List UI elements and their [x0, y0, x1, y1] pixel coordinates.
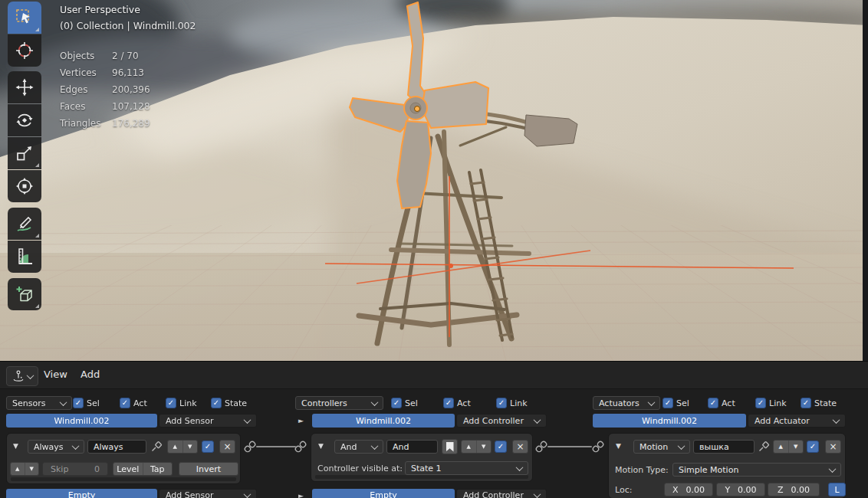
controller-visible-label: Controller visible at:: [317, 464, 403, 473]
controller-move-updown[interactable]: ▲▼: [461, 440, 492, 454]
editor-type-button[interactable]: [6, 366, 38, 386]
sensors-state-label: State: [225, 398, 247, 408]
sensors-act-label: Act: [133, 398, 147, 408]
actuators-type-dropdown[interactable]: Actuators: [593, 396, 660, 410]
tool-move-button[interactable]: [8, 71, 41, 103]
add-actuator-button[interactable]: Add Actuator: [748, 414, 846, 428]
menu-view[interactable]: View: [44, 369, 67, 380]
brick-footer: [315, 475, 528, 479]
actuators-sel-checkbox[interactable]: ✓: [663, 398, 673, 408]
expand-arrow-icon[interactable]: ►: [298, 493, 304, 498]
sensor-invert-toggle[interactable]: Invert: [179, 462, 238, 476]
sensor-type-dropdown[interactable]: Always: [28, 440, 84, 454]
pin-icon[interactable]: [150, 441, 163, 453]
actuator-move-updown[interactable]: ▲▼: [773, 440, 804, 454]
sensors-object-name-bar[interactable]: Windmill.002: [6, 414, 157, 428]
toolbar-group-annotate: [8, 208, 41, 273]
sensor-controller-wire: [256, 446, 296, 447]
level-toggle[interactable]: Level: [113, 463, 143, 475]
rotate-icon: [15, 110, 35, 130]
controller-input-socket-icon[interactable]: [294, 441, 307, 453]
sensors-type-dropdown[interactable]: Sensors: [6, 396, 72, 410]
actuator-type-dropdown[interactable]: Motion: [633, 440, 690, 454]
brick-footer: [11, 477, 236, 481]
chevron-down-icon: [534, 490, 541, 498]
logic-editor: View Add Sensors ✓ Sel ✓ Act ✓ Link ✓ St…: [0, 361, 868, 498]
view-perspective-label: User Perspective: [60, 4, 140, 15]
controller-delete-button[interactable]: ×: [512, 440, 528, 454]
add-sensor-button-empty[interactable]: Add Sensor: [159, 489, 257, 498]
collapse-triangle-icon[interactable]: ▼: [616, 443, 621, 450]
sensor-active-checkbox[interactable]: ✓: [202, 441, 214, 453]
controllers-object-name-bar[interactable]: Windmill.002: [312, 414, 455, 428]
collapse-triangle-icon[interactable]: ▼: [318, 443, 324, 450]
controller-state-dropdown[interactable]: State 1: [405, 461, 528, 475]
controller-type-dropdown[interactable]: And: [334, 440, 383, 454]
actuators-state-checkbox[interactable]: ✓: [801, 398, 811, 408]
motion-type-label: Motion Type:: [615, 465, 669, 475]
sensors-link-checkbox[interactable]: ✓: [166, 398, 176, 408]
motion-type-dropdown[interactable]: Simple Motion: [672, 463, 841, 477]
sensors-empty-object-bar[interactable]: Empty: [6, 489, 157, 498]
tap-toggle[interactable]: Tap: [143, 463, 173, 475]
sensors-act-checkbox[interactable]: ✓: [120, 398, 130, 408]
sensor-delete-button[interactable]: ×: [219, 440, 235, 454]
loc-x-field[interactable]: X0.00: [664, 483, 713, 496]
tool-annotate-button[interactable]: [8, 208, 41, 240]
sensors-state-checkbox[interactable]: ✓: [211, 398, 222, 408]
sensor-skip-field[interactable]: Skip0: [42, 462, 108, 476]
sensor-move-updown[interactable]: ▲▼: [167, 440, 198, 454]
submenu-corner: [35, 28, 39, 31]
actuator-input-socket-icon[interactable]: [592, 441, 604, 453]
tool-scale-button[interactable]: [8, 137, 41, 169]
sensor-name-field[interactable]: Always: [87, 440, 146, 454]
controllers-link-label: Link: [510, 398, 528, 408]
actuators-sel-label: Sel: [676, 398, 689, 408]
check-icon: ✓: [122, 399, 128, 407]
add-controller-button[interactable]: Add Controller: [456, 414, 547, 428]
controller-name-field[interactable]: And: [386, 440, 438, 454]
chevron-down-icon: [829, 465, 837, 473]
actuators-object-name-bar[interactable]: Windmill.002: [593, 414, 746, 428]
check-icon: ✓: [803, 399, 809, 407]
actuator-active-checkbox[interactable]: ✓: [807, 441, 819, 453]
loc-y-field[interactable]: Y0.00: [716, 483, 765, 496]
actuator-name-field[interactable]: вышка: [693, 440, 755, 454]
actuator-delete-button[interactable]: ×: [825, 440, 841, 454]
viewport-3d[interactable]: User Perspective (0) Collection | Windmi…: [0, 0, 868, 361]
controllers-act-checkbox[interactable]: ✓: [443, 398, 454, 408]
actuators-act-checkbox[interactable]: ✓: [708, 398, 718, 408]
tool-select-box-button[interactable]: [8, 2, 41, 34]
menu-add[interactable]: Add: [81, 369, 100, 380]
controllers-link-checkbox[interactable]: ✓: [496, 398, 507, 408]
add-controller-button-empty[interactable]: Add Controller: [456, 489, 547, 498]
loc-local-toggle[interactable]: L: [828, 483, 846, 496]
controller-output-socket-icon[interactable]: [535, 441, 547, 453]
chevron-down-icon: [244, 416, 252, 424]
controllers-empty-object-bar[interactable]: Empty: [312, 489, 455, 498]
controller-mark-button[interactable]: [442, 439, 458, 454]
add-sensor-button[interactable]: Add Sensor: [159, 414, 257, 428]
actuators-act-label: Act: [722, 398, 735, 408]
tool-measure-button[interactable]: [8, 241, 41, 273]
tool-rotate-button[interactable]: [8, 104, 41, 136]
arrow-up-icon: ▲: [11, 463, 25, 475]
loc-z-field[interactable]: Z0.00: [768, 483, 820, 496]
adjacent-editor-edge[interactable]: [863, 0, 868, 361]
expand-arrow-icon[interactable]: ►: [298, 418, 304, 424]
sensors-sel-checkbox[interactable]: ✓: [73, 398, 84, 408]
tool-add-cube-button[interactable]: [8, 278, 41, 310]
pin-icon[interactable]: [758, 441, 770, 453]
tool-transform-button[interactable]: [8, 170, 41, 202]
collapse-triangle-icon[interactable]: ▼: [13, 443, 18, 450]
chevron-down-icon: [371, 442, 379, 450]
controllers-sel-checkbox[interactable]: ✓: [391, 398, 402, 408]
submenu-corner: [35, 234, 39, 238]
sensor-pulse-updown[interactable]: ▲▼: [10, 462, 39, 476]
sensor-link-socket-icon[interactable]: [244, 441, 256, 453]
controller-active-checkbox[interactable]: ✓: [495, 441, 507, 453]
controllers-type-dropdown[interactable]: Controllers: [295, 396, 383, 410]
tool-cursor-button[interactable]: [8, 34, 41, 67]
actuators-link-checkbox[interactable]: ✓: [755, 398, 766, 408]
arrow-down-icon: ▼: [788, 441, 804, 453]
